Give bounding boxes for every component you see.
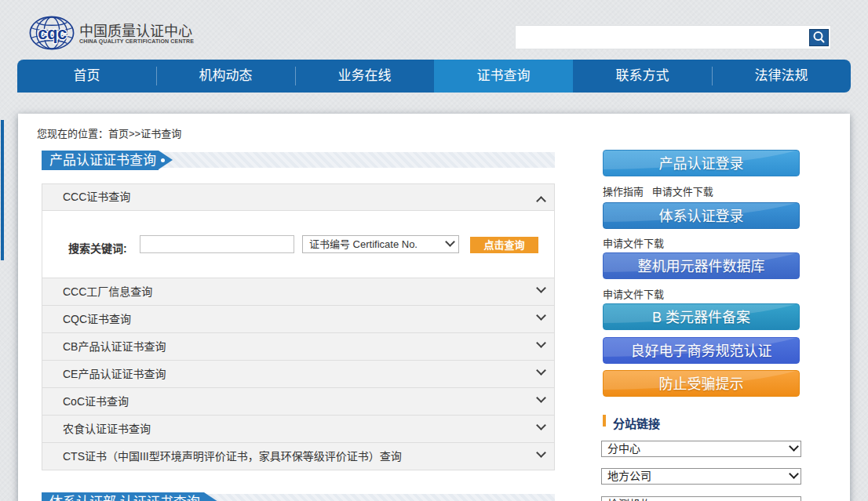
svg-text:cqc: cqc <box>38 24 67 43</box>
